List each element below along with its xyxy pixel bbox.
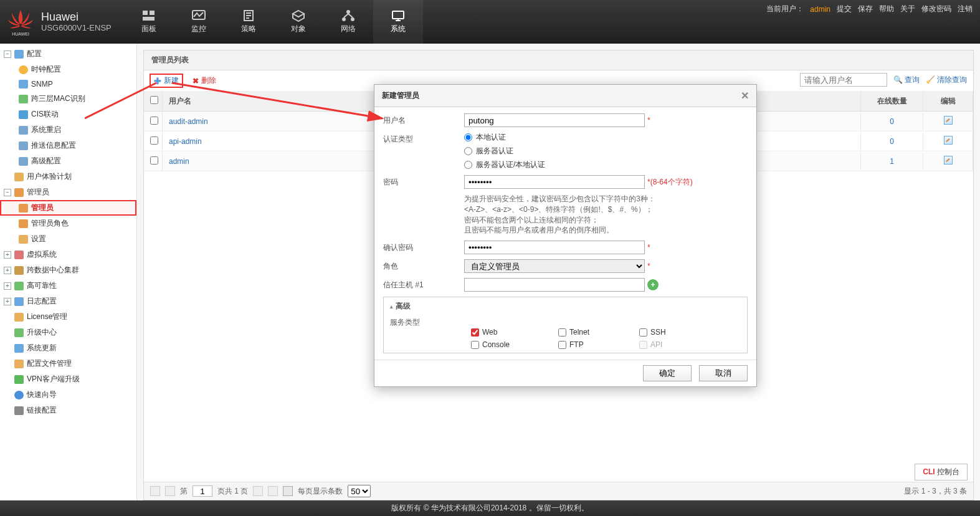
model-text: USG6000V1-ENSP: [41, 24, 112, 32]
link-about[interactable]: 关于: [900, 4, 915, 14]
link-changepwd[interactable]: 修改密码: [921, 4, 951, 14]
link-submit[interactable]: 提交: [837, 4, 852, 14]
link-help[interactable]: 帮助: [879, 4, 894, 14]
current-user: admin: [810, 5, 830, 14]
svg-text:HUAWEI: HUAWEI: [12, 32, 29, 36]
nav-object[interactable]: 对象: [274, 0, 323, 44]
svg-rect-2: [150, 11, 155, 15]
svg-point-10: [346, 10, 350, 14]
nav-dashboard[interactable]: 面板: [124, 0, 174, 44]
link-logout[interactable]: 注销: [958, 4, 973, 14]
system-icon: [391, 9, 405, 22]
svg-point-11: [342, 17, 346, 21]
svg-point-12: [351, 17, 354, 21]
current-user-label: 当前用户：: [766, 4, 804, 14]
top-nav: 面板 监控 策略 对象 网络 系统: [124, 0, 423, 44]
nav-monitor[interactable]: 监控: [174, 0, 224, 44]
object-icon: [292, 9, 305, 22]
policy-icon: [242, 9, 255, 22]
dashboard-icon: [142, 9, 156, 22]
svg-rect-1: [143, 11, 148, 15]
nav-system[interactable]: 系统: [373, 0, 423, 44]
svg-rect-13: [392, 11, 404, 19]
top-header: HUAWEI Huawei USG6000V1-ENSP 面板 监控 策略 对象…: [0, 0, 980, 44]
brand-text: Huawei: [41, 11, 112, 24]
monitor-icon: [192, 9, 206, 22]
svg-marker-9: [293, 11, 304, 17]
nav-policy[interactable]: 策略: [224, 0, 274, 44]
nav-network[interactable]: 网络: [323, 0, 373, 44]
link-save[interactable]: 保存: [858, 4, 873, 14]
logo-block: HUAWEI Huawei USG6000V1-ENSP: [0, 0, 124, 44]
huawei-logo-icon: HUAWEI: [6, 7, 35, 36]
top-links: 当前用户： admin 提交 保存 帮助 关于 修改密码 注销: [766, 4, 973, 14]
network-icon: [341, 9, 355, 22]
svg-rect-3: [143, 17, 155, 21]
